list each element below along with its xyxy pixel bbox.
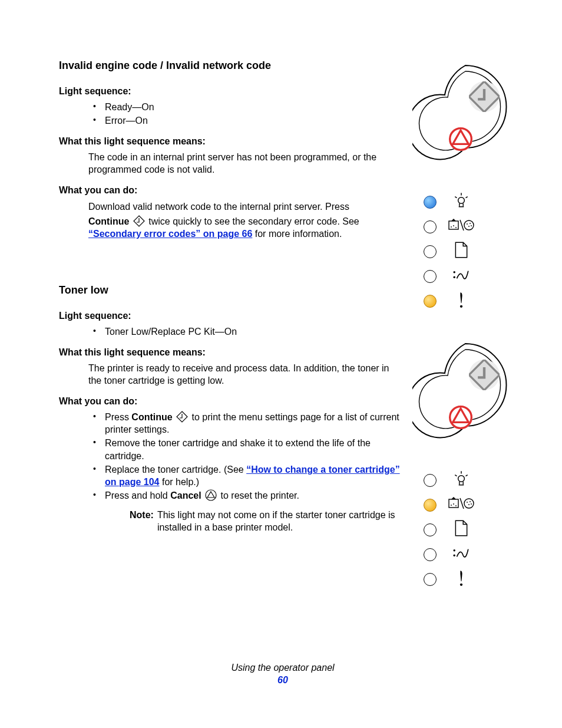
paper-icon (448, 519, 475, 540)
do-line2-mid: twice quickly to see the secondary error… (146, 216, 359, 226)
means-body: The code in an internal print server has… (88, 151, 401, 176)
status-light-error (424, 295, 437, 308)
page-content: Invalid engine code / Invalid network co… (59, 59, 507, 701)
cancel-button-icon (449, 127, 472, 151)
light-row (412, 215, 530, 239)
cancel-label: Cancel (170, 490, 201, 500)
list-item: Press and hold Cancel to reset the print… (88, 489, 401, 502)
status-light-ready (424, 474, 437, 487)
text: to reset the printer. (218, 490, 299, 500)
continue-label: Continue (88, 216, 129, 226)
light-row (412, 542, 530, 567)
means-heading: What this light sequence means: (59, 135, 401, 147)
status-light-jam (424, 548, 437, 561)
status-light-jam (424, 270, 437, 283)
continue-button-icon (469, 81, 500, 112)
ready-icon (448, 192, 475, 212)
paper-icon (448, 241, 475, 262)
jam-icon (448, 544, 475, 565)
continue-diamond-icon (176, 411, 188, 423)
light-rows (412, 190, 530, 314)
error-icon (448, 569, 475, 589)
jam-icon (448, 266, 475, 286)
light-row (412, 190, 530, 215)
light-sequence-list: Ready—On Error—On (88, 101, 401, 127)
light-sequence-heading: Light sequence: (59, 309, 401, 322)
list-item: Ready—On (88, 101, 401, 113)
continue-label: Continue (131, 412, 172, 422)
light-row (412, 239, 530, 264)
continue-diamond-icon (133, 215, 145, 227)
light-row (412, 567, 530, 592)
status-light-toner (424, 499, 437, 512)
status-light-error (424, 573, 437, 586)
list-item: Replace the toner cartridge. (See “How t… (88, 463, 401, 488)
means-heading: What this light sequence means: (59, 346, 401, 358)
status-light-ready (424, 196, 437, 209)
secondary-error-codes-link[interactable]: “Secondary error codes” on page 66 (88, 229, 252, 239)
section2-title: Toner low (59, 284, 401, 298)
do-list: Press Continue to print the menu setting… (88, 411, 401, 502)
status-light-toner (424, 220, 437, 233)
note-block: Note: This light may not come on if the … (130, 509, 401, 533)
cancel-circle-icon (205, 489, 217, 501)
operator-panel-figure-a (412, 58, 530, 314)
error-icon (448, 291, 475, 311)
cancel-button-icon (449, 406, 472, 429)
section1-title: Invalid engine code / Invalid network co… (59, 59, 401, 73)
panel-bubble (412, 336, 518, 466)
note-text: This light may not come on if the starte… (157, 509, 401, 533)
light-sequence-heading: Light sequence: (59, 85, 401, 97)
text: Press and hold (105, 490, 170, 500)
page-footer: Using the operator panel 60 (59, 661, 507, 686)
operator-panel-figure-b (412, 336, 530, 592)
ready-icon (448, 470, 475, 490)
means-body: The printer is ready to receive and proc… (88, 362, 401, 387)
status-light-paper (424, 245, 437, 258)
toner-icon (448, 495, 475, 515)
do-heading: What you can do: (59, 395, 401, 407)
do-heading: What you can do: (59, 184, 401, 196)
light-row (412, 468, 530, 493)
do-line1: Download valid network code to the inter… (88, 200, 401, 213)
light-rows (412, 468, 530, 592)
status-light-paper (424, 523, 437, 536)
list-item: Remove the toner cartridge and shake it … (88, 437, 401, 462)
text: Replace the toner cartridge. (See (105, 465, 246, 475)
text: for help.) (159, 477, 199, 487)
do-line2-post: for more information. (252, 229, 342, 239)
list-item: Toner Low/Replace PC Kit—On (88, 325, 401, 338)
list-item: Error—On (88, 114, 401, 127)
light-row (412, 518, 530, 542)
panel-bubble (412, 58, 518, 187)
note-label: Note: (130, 509, 157, 533)
text: Press (105, 412, 131, 422)
list-item: Press Continue to print the menu setting… (88, 411, 401, 436)
light-sequence-list: Toner Low/Replace PC Kit—On (88, 325, 401, 338)
toner-icon (448, 216, 475, 237)
footer-title: Using the operator panel (231, 663, 334, 673)
light-row (412, 289, 530, 314)
light-row (412, 264, 530, 289)
continue-button-icon (469, 360, 500, 390)
page-number: 60 (59, 674, 507, 686)
light-row (412, 493, 530, 518)
do-line2: Continue twice quickly to see the second… (88, 215, 401, 240)
